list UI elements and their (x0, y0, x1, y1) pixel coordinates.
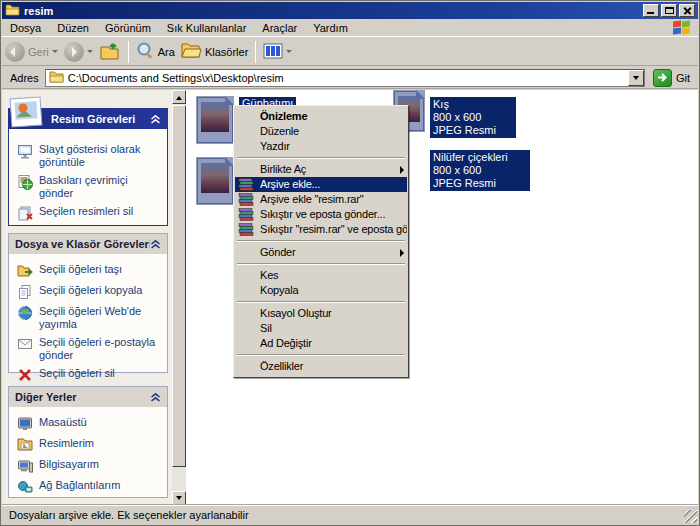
menu-sik-kullanilanlar[interactable]: Sık Kullanılanlar (159, 20, 255, 36)
menu-dosya[interactable]: Dosya (2, 20, 49, 36)
task-copy-items[interactable]: Seçili öğeleri kopyala (17, 284, 163, 300)
delete-items-icon (17, 367, 33, 383)
scroll-up-button[interactable] (172, 90, 186, 104)
menu-separator (237, 301, 405, 303)
menu-item-kes[interactable]: Kes (235, 268, 407, 283)
up-button[interactable] (96, 40, 124, 64)
chevron-up-icon (150, 115, 161, 124)
back-label: Geri (28, 46, 49, 58)
menu-item-kopyala[interactable]: Kopyala (235, 283, 407, 298)
file-icon-gunbatimi[interactable] (197, 97, 233, 143)
picture-tasks-icon (8, 95, 46, 131)
task-label: Seçili öğeleri taşı (39, 263, 122, 279)
link-my-pictures[interactable]: Resimlerim (17, 437, 163, 453)
link-network-places[interactable]: Ağ Bağlantılarım (17, 479, 163, 495)
maximize-button[interactable] (661, 4, 677, 17)
move-items-icon (17, 263, 33, 279)
menu-gorunum[interactable]: Görünüm (97, 20, 159, 36)
task-label: Seçili öğeleri Web'de yayımla (39, 305, 157, 331)
winrar-icon (238, 223, 254, 237)
menu-item-kisayol-olustur[interactable]: Kısayol Oluştur (235, 306, 407, 321)
search-button[interactable]: Ara (133, 40, 178, 64)
slideshow-icon (17, 143, 33, 159)
menu-item-ozellikler[interactable]: Özellikler (235, 359, 407, 374)
file-label-kis[interactable]: Kış 800 x 600 JPEG Resmi (430, 97, 516, 138)
status-text: Dosyaları arşive ekle. Ek seçenekler aya… (2, 509, 249, 521)
menu-item-ad-degistir[interactable]: Ad Değiştir (235, 336, 407, 351)
delete-pictures-icon (17, 205, 33, 221)
explorer-window: resim Dosya Düzen Görünüm Sık Kullanılan… (0, 0, 700, 526)
toolbar-separator (255, 41, 256, 63)
task-delete-items[interactable]: Seçili öğeleri sil (17, 367, 163, 383)
menu-item-yazdir[interactable]: Yazdır (235, 139, 407, 154)
task-publish-web[interactable]: Seçili öğeleri Web'de yayımla (17, 305, 163, 331)
forward-button[interactable] (61, 40, 96, 64)
menu-item-birlikte-ac[interactable]: Birlikte Aç (235, 162, 407, 177)
back-icon (5, 42, 25, 62)
panel-title: Diğer Yerler (15, 391, 150, 403)
toolbar: Geri Ara Klasörler (2, 38, 698, 66)
menu-item-onizleme[interactable]: Önizleme (235, 109, 407, 124)
chevron-up-icon (150, 393, 161, 402)
menu-item-arsive-ekle-rar[interactable]: Arşive ekle "resim.rar" (235, 192, 407, 207)
title-bar[interactable]: resim (2, 2, 698, 19)
sidebar-scrollbar[interactable] (172, 90, 186, 505)
menu-separator (237, 157, 405, 159)
folders-icon (181, 42, 202, 61)
link-label: Masaüstü (39, 416, 87, 432)
panel-file-folder-tasks: Dosya ve Klasör Görevleri Seçili öğeleri… (8, 233, 168, 373)
file-label-nilufer[interactable]: Nilüfer çiçekleri 800 x 600 JPEG Resmi (430, 150, 530, 191)
minimize-button[interactable] (643, 4, 659, 17)
address-dropdown-button[interactable] (628, 70, 644, 86)
link-desktop[interactable]: Masaüstü (17, 416, 163, 432)
panel-file-folder-tasks-header[interactable]: Dosya ve Klasör Görevleri (9, 234, 167, 254)
forward-icon (64, 42, 84, 62)
go-button[interactable] (653, 69, 672, 87)
file-name: Nilüfer çiçekleri (433, 151, 527, 164)
menu-item-duzenle[interactable]: Düzenle (235, 124, 407, 139)
menu-separator (237, 263, 405, 265)
go-label: Git (676, 72, 690, 84)
publish-web-icon (17, 305, 33, 321)
task-order-prints[interactable]: Baskıları çevrimiçi gönder (17, 174, 163, 200)
order-prints-icon (17, 174, 33, 190)
folders-label: Klasörler (205, 46, 248, 58)
maximize-icon (665, 7, 674, 14)
status-bar: Dosyaları arşive ekle. Ek seçenekler aya… (2, 505, 698, 524)
forward-dropdown-icon (87, 50, 93, 56)
menu-item-gonder[interactable]: Gönder (235, 245, 407, 260)
scroll-down-button[interactable] (172, 491, 186, 505)
menu-item-sikistir-eposta[interactable]: Sıkıştır ve eposta gönder... (235, 207, 407, 222)
views-button[interactable] (260, 40, 295, 64)
task-label: Seçili öğeleri e-postayla gönder (39, 336, 157, 362)
menu-yardim[interactable]: Yardım (305, 20, 356, 36)
task-label: Seçili öğeleri kopyala (39, 284, 142, 300)
file-icon[interactable] (197, 158, 233, 204)
resize-grip[interactable] (684, 510, 697, 523)
task-email-items[interactable]: Seçili öğeleri e-postayla gönder (17, 336, 163, 362)
task-view-slideshow[interactable]: Slayt gösterisi olarak görüntüle (17, 143, 163, 169)
link-label: Resimlerim (39, 437, 94, 453)
link-my-computer[interactable]: Bilgisayarım (17, 458, 163, 474)
back-dropdown-icon (52, 50, 58, 56)
task-label: Slayt gösterisi olarak görüntüle (39, 143, 157, 169)
views-icon (263, 43, 283, 61)
address-folder-icon (49, 71, 64, 85)
views-dropdown-icon (286, 50, 292, 56)
address-input[interactable]: C:\Documents and Settings\x\Desktop\resi… (45, 69, 645, 87)
menu-separator (237, 354, 405, 356)
folders-button[interactable]: Klasörler (178, 40, 251, 64)
scrollbar-thumb[interactable] (172, 105, 186, 467)
task-move-items[interactable]: Seçili öğeleri taşı (17, 263, 163, 279)
window-title: resim (24, 5, 53, 17)
back-button[interactable]: Geri (2, 40, 61, 64)
menu-araclar[interactable]: Araçlar (254, 20, 305, 36)
close-button[interactable] (679, 4, 695, 17)
menu-duzen[interactable]: Düzen (49, 20, 97, 36)
task-delete-pictures[interactable]: Seçilen resimleri sil (17, 205, 163, 221)
panel-other-places-header[interactable]: Diğer Yerler (9, 387, 167, 407)
menu-item-arsive-ekle[interactable]: Arşive ekle... (235, 177, 407, 192)
content-area: Resim Görevleri Slayt gösterisi olarak g… (2, 90, 698, 505)
menu-item-sikistir-rar-eposta[interactable]: Sıkıştır "resim.rar" ve eposta gönder (235, 222, 407, 237)
menu-item-sil[interactable]: Sil (235, 321, 407, 336)
